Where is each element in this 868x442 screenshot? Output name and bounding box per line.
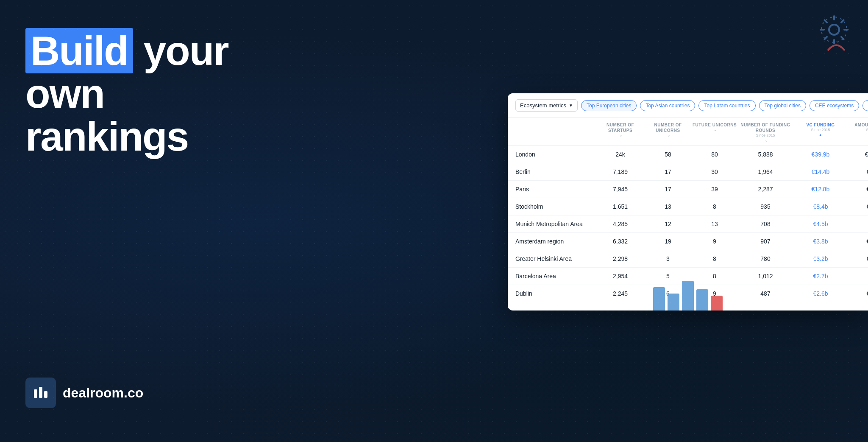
- sort-desc-icon: ⌄: [619, 133, 623, 138]
- cell-future-unicorns-0: 80: [691, 151, 738, 158]
- col-header-vc-funding[interactable]: VC FUNDING Since 2015 ▲: [793, 122, 848, 143]
- city-name-8: Dublin: [515, 290, 596, 297]
- city-name-0: London: [515, 151, 596, 158]
- col-header-city: [515, 122, 596, 143]
- cell-vc-funding-6: €3.2b: [793, 255, 848, 262]
- cell-startups-7: 2,954: [596, 273, 645, 280]
- cell-unicorns-5: 19: [645, 238, 691, 245]
- city-name-7: Barcelona Area: [515, 273, 596, 280]
- cell-unicorns-2: 17: [645, 186, 691, 193]
- cell-vc-funding-5: €3.8b: [793, 238, 848, 245]
- cell-future-unicorns-6: 8: [691, 255, 738, 262]
- cell-unicorns-3: 13: [645, 203, 691, 210]
- col-header-startups[interactable]: NUMBER OF STARTUPS ⌄: [596, 122, 645, 143]
- col-header-vc-label: VC FUNDING: [806, 122, 835, 128]
- cell-startups-2: 7,945: [596, 186, 645, 193]
- logo-text: dealroom.co: [63, 385, 143, 401]
- col-header-funding-rounds[interactable]: NUMBER OF FUNDING ROUNDS Since 2015 ⌄: [738, 122, 793, 143]
- chart-bar-1: [668, 294, 679, 311]
- chart-bar-4: [711, 296, 723, 311]
- cell-exits-2: €19.4b: [848, 186, 868, 193]
- table-body: London 24k 58 80 5,888 €39.9b €183.9b Be…: [508, 146, 868, 302]
- table-row: Greater Helsinki Area 2,298 3 8 780 €3.2…: [508, 250, 868, 268]
- cell-startups-6: 2,298: [596, 255, 645, 262]
- cell-exits-6: €11.8b: [848, 255, 868, 262]
- table-row: Munich Metropolitan Area 4,285 12 13 708…: [508, 215, 868, 233]
- cell-future-unicorns-3: 8: [691, 203, 738, 210]
- table-row: London 24k 58 80 5,888 €39.9b €183.9b: [508, 146, 868, 163]
- cell-unicorns-7: 5: [645, 273, 691, 280]
- filter-chip-european-cities[interactable]: Top European cities: [581, 100, 637, 111]
- cell-funding-rounds-8: 487: [738, 290, 793, 297]
- gear-decoration: [817, 13, 851, 48]
- cell-vc-funding-7: €2.7b: [793, 273, 848, 280]
- cell-vc-funding-1: €14.4b: [793, 168, 848, 175]
- cell-startups-5: 6,332: [596, 238, 645, 245]
- chart-bar-3: [696, 289, 708, 311]
- cell-vc-funding-4: €4.5b: [793, 221, 848, 227]
- logo-svg: [31, 383, 50, 402]
- cell-funding-rounds-6: 780: [738, 255, 793, 262]
- filter-chip-cee-ecosystems[interactable]: CEE ecosystems: [810, 100, 859, 111]
- cell-funding-rounds-3: 935: [738, 203, 793, 210]
- hero-highlight: Build: [25, 28, 133, 73]
- table-panel: Ecosystem metrics ▼ Top European cities …: [508, 93, 868, 311]
- cell-future-unicorns-4: 13: [691, 221, 738, 227]
- cell-future-unicorns-5: 9: [691, 238, 738, 245]
- filter-chip-asian-countries[interactable]: Top Asian countries: [640, 100, 695, 111]
- city-name-3: Stockholm: [515, 203, 596, 210]
- cell-future-unicorns-7: 8: [691, 273, 738, 280]
- ecosystem-dropdown-label: Ecosystem metrics: [520, 102, 566, 109]
- logo-icon: [25, 378, 56, 408]
- col-header-funding-rounds-label: NUMBER OF FUNDING ROUNDS: [738, 122, 793, 133]
- svg-rect-0: [34, 389, 37, 398]
- chevron-down-icon: ▼: [569, 103, 573, 108]
- city-name-4: Munich Metropolitan Area: [515, 221, 596, 227]
- cell-startups-1: 7,189: [596, 168, 645, 175]
- cell-funding-rounds-4: 708: [738, 221, 793, 227]
- filter-chip-europe-more[interactable]: Europ...: [862, 100, 868, 111]
- filter-chip-latam-countries[interactable]: Top Latam countries: [698, 100, 755, 111]
- cell-vc-funding-3: €8.4b: [793, 203, 848, 210]
- col-header-future-unicorns[interactable]: FUTURE UNICORNS ⌄: [691, 122, 738, 143]
- table-row: Amsterdam region 6,332 19 9 907 €3.8b €3…: [508, 233, 868, 250]
- cell-vc-funding-2: €12.8b: [793, 186, 848, 193]
- cell-startups-0: 24k: [596, 151, 645, 158]
- ecosystem-dropdown[interactable]: Ecosystem metrics ▼: [515, 99, 578, 112]
- col-header-future-label: FUTURE UNICORNS: [693, 122, 737, 128]
- cell-funding-rounds-7: 1,012: [738, 273, 793, 280]
- col-header-unicorns-label: NUMBER OF UNICORNS: [645, 122, 691, 133]
- logo: dealroom.co: [25, 378, 143, 408]
- cell-exits-0: €183.9b: [848, 151, 868, 158]
- col-header-startups-label: NUMBER OF STARTUPS: [596, 122, 645, 133]
- col-header-exits-label: AMOUNT OF EXITS: [854, 122, 868, 128]
- chart-decoration: [653, 281, 723, 311]
- hero-title-line2: rankings: [25, 114, 188, 159]
- cell-funding-rounds-0: 5,888: [738, 151, 793, 158]
- cell-exits-7: €1.9b: [848, 273, 868, 280]
- cell-funding-rounds-5: 907: [738, 238, 793, 245]
- cell-exits-8: €54.2b: [848, 290, 868, 297]
- cell-exits-3: €25.5b: [848, 203, 868, 210]
- city-name-5: Amsterdam region: [515, 238, 596, 245]
- table-row: Berlin 7,189 17 30 1,964 €14.4b €13.3b: [508, 163, 868, 181]
- filter-chip-global-cities[interactable]: Top global cities: [759, 100, 806, 111]
- cell-exits-4: €8.3b: [848, 221, 868, 227]
- cell-startups-8: 2,245: [596, 290, 645, 297]
- cell-unicorns-4: 12: [645, 221, 691, 227]
- city-name-6: Greater Helsinki Area: [515, 255, 596, 262]
- sort-none-icon-future: ⌄: [714, 128, 718, 133]
- sort-none-icon-rounds: ⌄: [765, 138, 768, 143]
- hero-section: Build your own rankings: [25, 30, 297, 158]
- cell-funding-rounds-2: 2,287: [738, 186, 793, 193]
- cell-future-unicorns-1: 30: [691, 168, 738, 175]
- cell-future-unicorns-2: 39: [691, 186, 738, 193]
- col-header-exits[interactable]: AMOUNT OF EXITS Since 2015 ⌄: [848, 122, 868, 143]
- chart-bar-2: [682, 281, 694, 311]
- col-header-unicorns[interactable]: NUMBER OF UNICORNS ⌄: [645, 122, 691, 143]
- cell-vc-funding-0: €39.9b: [793, 151, 848, 158]
- cell-exits-5: €32.5b: [848, 238, 868, 245]
- sort-active-icon: ▲: [818, 133, 822, 138]
- svg-rect-2: [44, 391, 47, 398]
- filter-bar: Ecosystem metrics ▼ Top European cities …: [508, 93, 868, 118]
